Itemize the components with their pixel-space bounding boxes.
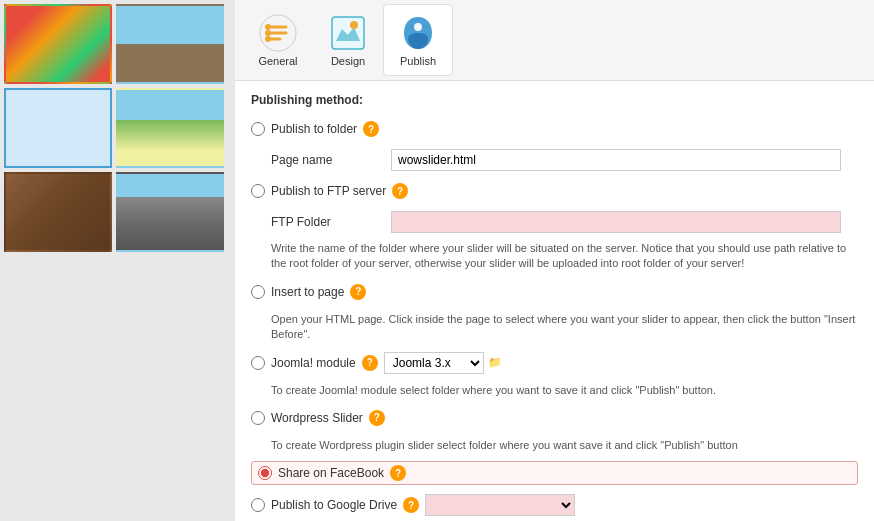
radio-wordpress[interactable] bbox=[251, 411, 265, 425]
wordpress-hint: To create Wordpress plugin slider select… bbox=[251, 438, 858, 453]
right-panel: General Design Publish bbox=[235, 0, 874, 521]
svg-point-3 bbox=[265, 36, 271, 42]
svg-point-6 bbox=[414, 23, 422, 31]
svg-point-2 bbox=[265, 30, 271, 36]
label-publish-ftp: Publish to FTP server bbox=[271, 184, 386, 198]
help-icon-insert[interactable]: ? bbox=[350, 284, 366, 300]
radio-joomla[interactable] bbox=[251, 356, 265, 370]
help-icon-google-drive[interactable]: ? bbox=[403, 497, 419, 513]
svg-point-5 bbox=[350, 21, 358, 29]
publish-icon bbox=[398, 13, 438, 53]
help-icon-ftp[interactable]: ? bbox=[392, 183, 408, 199]
thumbnail-field[interactable] bbox=[116, 88, 224, 168]
publishing-method-title: Publishing method: bbox=[251, 93, 858, 107]
content-area: Publishing method: Publish to folder ? P… bbox=[235, 81, 874, 521]
option-row-google: Publish to Google Drive ? bbox=[251, 493, 858, 517]
radio-publish-folder[interactable] bbox=[251, 122, 265, 136]
publish-button[interactable]: Publish bbox=[383, 4, 453, 76]
page-name-row: Page name bbox=[251, 149, 858, 171]
option-row-insert: Insert to page ? bbox=[251, 280, 858, 304]
image-panel bbox=[0, 0, 235, 521]
thumbnail-wood[interactable] bbox=[4, 172, 112, 252]
radio-insert-page[interactable] bbox=[251, 285, 265, 299]
option-row-ftp: Publish to FTP server ? bbox=[251, 179, 858, 203]
design-label: Design bbox=[331, 55, 365, 67]
joomla-version-select[interactable]: Joomla 3.x Joomla 2.5 bbox=[384, 352, 484, 374]
option-row-wordpress: Wordpress Slider ? bbox=[251, 406, 858, 430]
publish-label: Publish bbox=[400, 55, 436, 67]
thumbnail-flowers[interactable] bbox=[4, 4, 112, 84]
radio-google-drive[interactable] bbox=[251, 498, 265, 512]
svg-point-1 bbox=[265, 24, 271, 30]
label-google-drive: Publish to Google Drive bbox=[271, 498, 397, 512]
thumbnail-blue[interactable] bbox=[4, 88, 112, 168]
ftp-folder-label: FTP Folder bbox=[271, 215, 391, 229]
page-name-input[interactable] bbox=[391, 149, 841, 171]
ftp-hint: Write the name of the folder where your … bbox=[251, 241, 858, 272]
help-icon-joomla[interactable]: ? bbox=[362, 355, 378, 371]
joomla-hint: To create Joomla! module select folder w… bbox=[251, 383, 858, 398]
thumbnail-person[interactable] bbox=[116, 4, 224, 84]
general-label: General bbox=[258, 55, 297, 67]
general-icon bbox=[258, 13, 298, 53]
google-drive-select[interactable] bbox=[425, 494, 575, 516]
thumb-row-2 bbox=[4, 88, 231, 168]
insert-hint: Open your HTML page. Click inside the pa… bbox=[251, 312, 858, 343]
design-button[interactable]: Design bbox=[313, 4, 383, 76]
option-row-joomla: Joomla! module ? Joomla 3.x Joomla 2.5 📁 bbox=[251, 351, 858, 375]
option-row-facebook: Share on FaceBook ? bbox=[251, 461, 858, 485]
help-icon-facebook[interactable]: ? bbox=[390, 465, 406, 481]
thumb-row-1 bbox=[4, 4, 231, 84]
help-icon-folder[interactable]: ? bbox=[363, 121, 379, 137]
radio-publish-ftp[interactable] bbox=[251, 184, 265, 198]
page-name-label: Page name bbox=[271, 153, 391, 167]
option-row-folder: Publish to folder ? bbox=[251, 117, 858, 141]
help-icon-wordpress[interactable]: ? bbox=[369, 410, 385, 426]
ftp-folder-input[interactable] bbox=[391, 211, 841, 233]
toolbar: General Design Publish bbox=[235, 0, 874, 81]
svg-rect-4 bbox=[332, 17, 364, 49]
label-wordpress: Wordpress Slider bbox=[271, 411, 363, 425]
label-joomla: Joomla! module bbox=[271, 356, 356, 370]
thumbnail-road[interactable] bbox=[116, 172, 224, 252]
label-insert-page: Insert to page bbox=[271, 285, 344, 299]
joomla-folder-icon: 📁 bbox=[488, 356, 502, 369]
label-facebook: Share on FaceBook bbox=[278, 466, 384, 480]
general-button[interactable]: General bbox=[243, 4, 313, 76]
thumb-row-3 bbox=[4, 172, 231, 252]
radio-facebook[interactable] bbox=[258, 466, 272, 480]
ftp-folder-row: FTP Folder bbox=[251, 211, 858, 233]
design-icon bbox=[328, 13, 368, 53]
label-publish-folder: Publish to folder bbox=[271, 122, 357, 136]
